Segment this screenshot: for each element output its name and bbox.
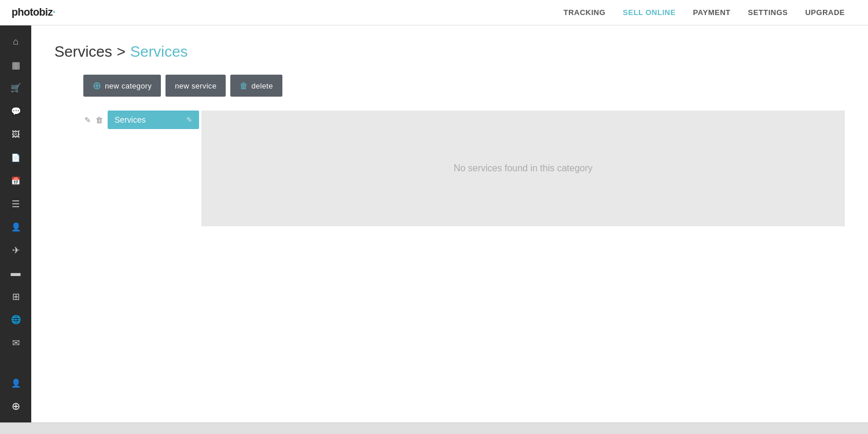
- nav-payment[interactable]: PAYMENT: [693, 8, 731, 17]
- edit-category-button[interactable]: ✎: [83, 115, 92, 126]
- mail-icon: ✉: [12, 337, 20, 348]
- image-icon: 🖼: [12, 130, 20, 139]
- delete-button[interactable]: 🗑 delete: [230, 75, 282, 97]
- sidebar-item-chat[interactable]: 💬: [4, 101, 27, 122]
- new-service-button[interactable]: new service: [165, 75, 226, 97]
- sidebar-item-gallery[interactable]: 🖼: [4, 124, 27, 145]
- trash-icon: 🗑: [240, 81, 248, 90]
- folder-icon: ▬: [11, 267, 21, 279]
- puzzle-icon: ⊞: [12, 291, 20, 302]
- main-layout: ⌂ ▦ 🛒 💬 🖼 📄 📅 ☰ 👤 ✈ ▬: [0, 25, 868, 422]
- plus-circle-icon: ⊕: [12, 400, 20, 413]
- category-row: ✎ 🗑 Services ✎: [83, 111, 199, 129]
- cart-icon: 🛒: [10, 83, 21, 93]
- sidebar-item-integrations[interactable]: ⊞: [4, 286, 27, 307]
- category-actions: ✎ 🗑: [83, 115, 104, 126]
- home-icon: ⌂: [13, 36, 19, 47]
- content-area: Services > Services ⊕ new category new s…: [31, 25, 868, 422]
- calendar-icon: ▦: [12, 60, 20, 71]
- category-item-services[interactable]: Services ✎: [108, 111, 199, 129]
- logo[interactable]: photobiz·: [12, 6, 56, 19]
- sidebar-item-cart[interactable]: 🛒: [4, 78, 27, 98]
- footer-bar: [0, 422, 868, 434]
- user-icon: 👤: [11, 378, 21, 388]
- sidebar-bottom: 👤 ⊕: [4, 373, 27, 417]
- file-icon: 📄: [11, 153, 20, 162]
- sidebar-item-home[interactable]: ⌂: [4, 31, 27, 52]
- sidebar-item-add[interactable]: ⊕: [4, 396, 27, 417]
- nav-tracking[interactable]: TRACKING: [564, 8, 606, 17]
- sidebar-item-dashboard[interactable]: ▦: [4, 54, 27, 75]
- breadcrumb: Services > Services: [54, 43, 845, 61]
- globe-icon: 🌐: [11, 315, 21, 324]
- sidebar-item-send[interactable]: ✈: [4, 240, 27, 260]
- sidebar-item-mail[interactable]: ✉: [4, 332, 27, 353]
- action-buttons: ⊕ new category new service 🗑 delete: [83, 75, 845, 97]
- sidebar-item-files[interactable]: ▬: [4, 263, 27, 284]
- sidebar-item-profile[interactable]: 👤: [4, 373, 27, 393]
- sidebar-item-pages[interactable]: 📄: [4, 147, 27, 168]
- chat-icon: 💬: [11, 106, 21, 116]
- event-icon: 📅: [11, 176, 20, 185]
- empty-message: No services found in this category: [454, 163, 593, 174]
- breadcrumb-separator: >: [117, 43, 126, 61]
- sidebar-item-contacts[interactable]: 👤: [4, 216, 27, 237]
- new-category-button[interactable]: ⊕ new category: [83, 75, 161, 97]
- pencil-icon: ✎: [84, 116, 91, 124]
- plus-icon: ⊕: [93, 79, 101, 92]
- nav-settings[interactable]: SETTINGS: [748, 8, 788, 17]
- category-edit-icon: ✎: [186, 116, 192, 124]
- breadcrumb-current: Services: [130, 43, 188, 61]
- person-icon: 👤: [11, 222, 21, 231]
- new-category-label: new category: [105, 82, 152, 90]
- services-layout: ✎ 🗑 Services ✎ No services found in this…: [83, 111, 845, 226]
- breadcrumb-parent[interactable]: Services: [54, 43, 112, 61]
- delete-label: delete: [251, 82, 273, 90]
- new-service-label: new service: [175, 82, 216, 90]
- nav-links: TRACKING SELL ONLINE PAYMENT SETTINGS UP…: [564, 8, 845, 17]
- sidebar: ⌂ ▦ 🛒 💬 🖼 📄 📅 ☰ 👤 ✈ ▬: [0, 25, 31, 422]
- category-name: Services: [115, 115, 146, 124]
- category-list: ✎ 🗑 Services ✎: [83, 111, 199, 226]
- service-panel: No services found in this category: [201, 111, 845, 226]
- delete-category-button[interactable]: 🗑: [94, 115, 104, 126]
- trash-small-icon: 🗑: [95, 116, 103, 124]
- send-icon: ✈: [12, 245, 20, 256]
- sidebar-item-global[interactable]: 🌐: [4, 309, 27, 330]
- list-icon: ☰: [12, 198, 20, 209]
- nav-sell-online[interactable]: SELL ONLINE: [623, 8, 675, 17]
- sidebar-item-lists[interactable]: ☰: [4, 193, 27, 214]
- sidebar-item-events[interactable]: 📅: [4, 170, 27, 191]
- top-navigation: photobiz· TRACKING SELL ONLINE PAYMENT S…: [0, 0, 868, 25]
- nav-upgrade[interactable]: UPGRADE: [805, 8, 845, 17]
